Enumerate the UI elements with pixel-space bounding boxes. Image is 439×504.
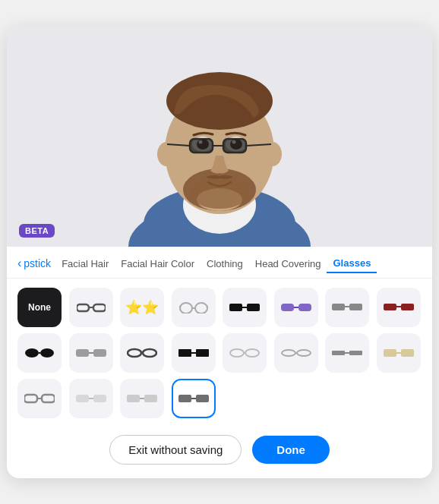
- glasses-item-15[interactable]: [377, 333, 421, 373]
- nav-item-head-covering[interactable]: Head Covering: [249, 255, 327, 272]
- category-nav: ‹ pstick Facial Hair Facial Hair Color C…: [7, 247, 432, 279]
- glasses-item-10[interactable]: [120, 333, 164, 373]
- none-label: None: [28, 302, 51, 313]
- glasses-item-19[interactable]: [172, 379, 216, 418]
- glasses-item-11[interactable]: [172, 333, 216, 373]
- svg-point-29: [180, 303, 192, 313]
- svg-rect-76: [127, 395, 140, 402]
- svg-rect-67: [384, 349, 396, 357]
- svg-point-53: [143, 349, 156, 357]
- avatar-svg: [90, 27, 349, 247]
- nav-item-glasses[interactable]: Glasses: [327, 254, 377, 273]
- svg-point-58: [230, 349, 244, 357]
- footer-actions: Exit without saving Done: [7, 424, 432, 478]
- nav-back-button[interactable]: ‹ pstick: [17, 257, 51, 270]
- svg-point-8: [157, 142, 175, 166]
- exit-button[interactable]: Exit without saving: [109, 435, 242, 465]
- glasses-item-13[interactable]: [274, 333, 318, 373]
- glasses-item-3[interactable]: [172, 288, 216, 327]
- svg-rect-44: [401, 304, 414, 310]
- svg-rect-79: [178, 395, 191, 402]
- glasses-item-16[interactable]: [17, 379, 62, 418]
- glasses-item-4[interactable]: [223, 288, 267, 327]
- svg-rect-56: [196, 349, 209, 357]
- glasses-icon-2: ⭐⭐: [125, 299, 159, 316]
- nav-back-label: pstick: [24, 257, 51, 269]
- svg-point-52: [128, 349, 141, 357]
- glasses-selection-grid: None ⭐⭐: [7, 279, 432, 424]
- svg-rect-35: [247, 304, 260, 311]
- svg-rect-27: [93, 304, 106, 311]
- glasses-item-8[interactable]: [17, 333, 62, 373]
- glasses-item-12[interactable]: [223, 333, 267, 373]
- svg-rect-34: [229, 304, 242, 311]
- svg-rect-41: [349, 304, 362, 310]
- svg-rect-37: [281, 304, 294, 311]
- svg-rect-49: [76, 349, 89, 357]
- svg-rect-74: [93, 395, 106, 402]
- nav-item-facial-hair-color[interactable]: Facial Hair Color: [115, 255, 201, 272]
- glasses-item-9[interactable]: [69, 333, 113, 373]
- glasses-item-17[interactable]: [69, 379, 113, 418]
- svg-rect-64: [332, 351, 345, 355]
- svg-rect-25: [224, 140, 245, 152]
- svg-point-61: [282, 350, 295, 356]
- svg-rect-24: [191, 140, 212, 152]
- chevron-left-icon: ‹: [17, 257, 21, 270]
- svg-rect-43: [384, 304, 396, 310]
- glasses-item-2[interactable]: ⭐⭐: [120, 288, 164, 327]
- svg-rect-55: [178, 349, 191, 357]
- glasses-item-1[interactable]: [69, 288, 113, 327]
- glasses-item-18[interactable]: [120, 379, 164, 418]
- avatar-preview-area: BETA: [7, 27, 432, 247]
- glasses-item-none[interactable]: None: [17, 288, 62, 327]
- glasses-item-6[interactable]: [325, 288, 369, 327]
- glasses-item-5[interactable]: [274, 288, 318, 327]
- svg-rect-68: [401, 349, 414, 357]
- svg-rect-38: [298, 304, 311, 311]
- svg-rect-77: [144, 395, 157, 402]
- svg-point-30: [195, 303, 207, 313]
- svg-point-59: [245, 349, 259, 357]
- glasses-item-14[interactable]: [325, 333, 369, 373]
- svg-point-47: [40, 348, 54, 358]
- svg-rect-80: [196, 395, 209, 402]
- svg-rect-65: [349, 351, 362, 355]
- svg-point-9: [264, 142, 282, 166]
- glasses-item-7[interactable]: [377, 288, 421, 327]
- svg-point-12: [191, 178, 248, 209]
- svg-rect-70: [24, 395, 37, 402]
- done-button[interactable]: Done: [252, 436, 330, 464]
- svg-rect-71: [42, 395, 55, 402]
- svg-rect-26: [77, 304, 89, 311]
- svg-rect-73: [76, 395, 89, 402]
- avatar-display: [7, 27, 432, 247]
- beta-badge: BETA: [19, 224, 55, 238]
- main-container: BETA ‹ pstick Facial Hair Facial Hair Co…: [7, 27, 432, 478]
- nav-item-facial-hair[interactable]: Facial Hair: [55, 255, 115, 272]
- svg-point-62: [297, 350, 311, 356]
- svg-point-46: [25, 348, 39, 358]
- svg-rect-40: [332, 304, 345, 310]
- nav-item-clothing[interactable]: Clothing: [201, 255, 249, 272]
- svg-rect-50: [93, 349, 106, 357]
